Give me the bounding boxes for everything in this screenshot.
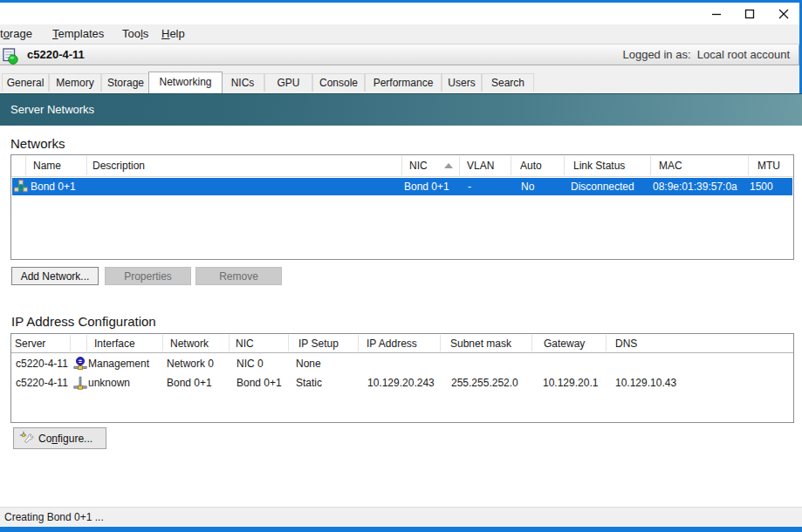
cell-mtu: 1500 bbox=[750, 181, 773, 193]
remove-button[interactable]: Remove bbox=[195, 267, 282, 285]
window-border-top bbox=[0, 0, 802, 3]
window-border-bottom bbox=[0, 527, 802, 532]
ip-row-unknown[interactable]: c5220-4-11 unknown Bond 0+1 Bond 0+1 Sta… bbox=[12, 373, 792, 392]
col-nic[interactable]: NIC bbox=[409, 160, 428, 172]
ip-table-header: Server Interface Network NIC IP Setup IP… bbox=[11, 334, 793, 353]
menu-templates[interactable]: Templates bbox=[52, 24, 104, 44]
ip-row-management[interactable]: c5220-4-11 Management Network 0 NIC 0 No… bbox=[12, 354, 792, 373]
menu-tools[interactable]: Tools bbox=[122, 24, 148, 44]
cell-nic: NIC 0 bbox=[236, 358, 264, 370]
tab-memory[interactable]: Memory bbox=[49, 73, 101, 92]
tab-networking[interactable]: Networking bbox=[148, 72, 223, 93]
close-icon bbox=[778, 9, 789, 19]
logged-in-text: Logged in as: Local root account bbox=[622, 45, 790, 65]
title-bar bbox=[0, 3, 799, 24]
col-mac[interactable]: MAC bbox=[659, 160, 682, 172]
cell-nic: Bond 0+1 bbox=[236, 377, 282, 389]
sort-ascending-icon bbox=[444, 163, 453, 168]
ip-config-label: IP Address Configuration bbox=[11, 314, 156, 329]
configure-button[interactable]: Configure... bbox=[13, 427, 106, 449]
ip-config-table: Server Interface Network NIC IP Setup IP… bbox=[10, 333, 794, 423]
cell-gateway: 10.129.20.1 bbox=[543, 377, 598, 389]
col-link-status[interactable]: Link Status bbox=[573, 160, 625, 172]
management-interface-icon bbox=[73, 357, 87, 374]
panel-header: Server Networks bbox=[0, 93, 802, 126]
tab-storage[interactable]: Storage bbox=[101, 73, 150, 92]
col-server[interactable]: Server bbox=[15, 338, 45, 350]
menu-bar: torage Templates Tools Help bbox=[0, 24, 799, 44]
col-mtu[interactable]: MTU bbox=[757, 160, 780, 172]
cell-ip-address: 10.129.20.243 bbox=[367, 377, 435, 389]
cell-ip-setup: Static bbox=[296, 377, 322, 389]
networks-table: Name Description NIC VLAN Auto Link Stat… bbox=[10, 154, 794, 260]
server-toolbar: c5220-4-11 Logged in as: Local root acco… bbox=[0, 44, 799, 65]
cell-nic: Bond 0+1 bbox=[404, 181, 449, 193]
cell-interface: Management bbox=[88, 358, 149, 370]
properties-button[interactable]: Properties bbox=[105, 267, 191, 285]
cell-network: Bond 0+1 bbox=[167, 377, 212, 389]
add-network-button[interactable]: Add Network... bbox=[11, 267, 99, 285]
cell-vlan: - bbox=[468, 181, 471, 193]
networks-table-header: Name Description NIC VLAN Auto Link Stat… bbox=[11, 155, 793, 177]
col-subnet-mask[interactable]: Subnet mask bbox=[450, 338, 511, 350]
network-row-bond[interactable]: Bond 0+1 Bond 0+1 - No Disconnected 08:9… bbox=[12, 178, 792, 195]
bond-network-icon bbox=[14, 180, 28, 197]
cell-network: Network 0 bbox=[167, 358, 214, 370]
minimize-icon bbox=[711, 9, 722, 19]
menu-help[interactable]: Help bbox=[161, 24, 185, 44]
col-description[interactable]: Description bbox=[93, 160, 145, 172]
col-name[interactable]: Name bbox=[33, 160, 61, 172]
tab-strip: General Memory Storage Networking NICs G… bbox=[0, 65, 799, 93]
tab-performance[interactable]: Performance bbox=[365, 73, 442, 92]
server-name: c5220-4-11 bbox=[27, 45, 85, 65]
status-text: Creating Bond 0+1 ... bbox=[4, 508, 104, 527]
maximize-icon bbox=[744, 9, 755, 19]
cell-subnet-mask: 255.255.252.0 bbox=[451, 377, 518, 389]
tab-general[interactable]: General bbox=[2, 73, 49, 92]
col-dns[interactable]: DNS bbox=[615, 338, 637, 350]
minimize-button[interactable] bbox=[703, 3, 730, 24]
col-ip-address[interactable]: IP Address bbox=[367, 338, 417, 350]
tab-console[interactable]: Console bbox=[312, 73, 365, 92]
maximize-button[interactable] bbox=[737, 3, 763, 24]
networks-label: Networks bbox=[10, 136, 65, 151]
unknown-interface-icon bbox=[73, 376, 87, 393]
cell-server: c5220-4-11 bbox=[16, 358, 68, 370]
status-bar: Creating Bond 0+1 ... bbox=[0, 507, 802, 528]
xencenter-window: torage Templates Tools Help c5220-4-11 L… bbox=[0, 0, 802, 532]
cell-link-status: Disconnected bbox=[571, 181, 634, 193]
tab-gpu[interactable]: GPU bbox=[264, 73, 312, 92]
cell-dns: 10.129.10.43 bbox=[615, 377, 676, 389]
cell-server: c5220-4-11 bbox=[16, 377, 68, 389]
col-gateway[interactable]: Gateway bbox=[544, 338, 585, 350]
col-auto[interactable]: Auto bbox=[520, 160, 542, 172]
col-vlan[interactable]: VLAN bbox=[467, 160, 494, 172]
tab-nics[interactable]: NICs bbox=[221, 73, 264, 92]
col-nic2[interactable]: NIC bbox=[236, 338, 254, 350]
col-network[interactable]: Network bbox=[170, 338, 209, 350]
tab-users[interactable]: Users bbox=[442, 73, 482, 92]
cell-name: Bond 0+1 bbox=[31, 181, 76, 193]
cell-auto: No bbox=[521, 181, 534, 193]
col-ip-setup[interactable]: IP Setup bbox=[298, 338, 339, 350]
cell-interface: unknown bbox=[88, 377, 130, 389]
col-interface[interactable]: Interface bbox=[94, 338, 135, 350]
menu-storage[interactable]: torage bbox=[0, 24, 32, 44]
cell-ip-setup: None bbox=[296, 358, 321, 370]
configure-icon bbox=[19, 431, 34, 446]
close-button[interactable] bbox=[771, 3, 797, 24]
server-online-icon bbox=[3, 48, 18, 65]
tab-search[interactable]: Search bbox=[482, 73, 534, 92]
cell-mac: 08:9e:01:39:57:0a bbox=[653, 181, 737, 193]
panel-title: Server Networks bbox=[10, 94, 94, 126]
